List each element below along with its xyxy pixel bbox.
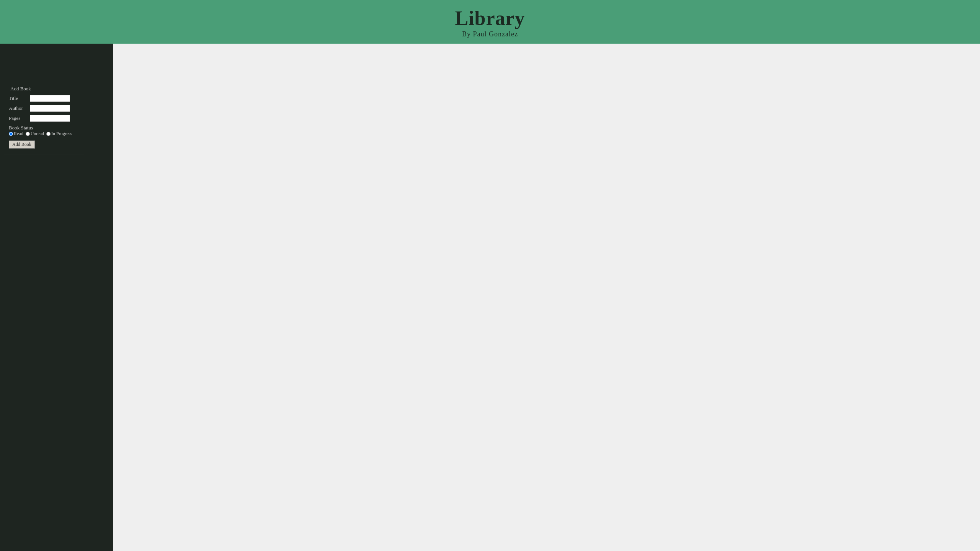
book-status-row: Book Status Read Unread In Progress: [9, 125, 79, 137]
sidebar: Add Book Title Author Pages Book Status: [0, 44, 113, 551]
status-unread-item: Unread: [26, 131, 44, 137]
author-label: Author: [9, 105, 30, 111]
pages-input[interactable]: [30, 115, 70, 122]
status-in-progress-radio[interactable]: [46, 132, 51, 136]
status-read-item: Read: [9, 131, 23, 137]
pages-row: Pages: [9, 115, 79, 122]
page-subtitle: By Paul Gonzalez: [462, 30, 518, 38]
pages-label: Pages: [9, 115, 30, 121]
title-row: Title: [9, 95, 79, 102]
page-title: Library: [455, 7, 525, 29]
add-book-legend: Add Book: [9, 86, 33, 92]
book-status-label: Book Status: [9, 125, 33, 131]
title-input[interactable]: [30, 95, 70, 102]
add-book-form: Add Book Title Author Pages Book Status: [4, 86, 84, 154]
author-input[interactable]: [30, 105, 70, 112]
status-unread-label[interactable]: Unread: [31, 131, 44, 137]
status-read-label[interactable]: Read: [14, 131, 23, 137]
status-in-progress-label[interactable]: In Progress: [51, 131, 72, 137]
status-read-radio[interactable]: [9, 132, 13, 136]
author-row: Author: [9, 105, 79, 112]
add-book-button[interactable]: Add Book: [9, 141, 35, 149]
status-unread-radio[interactable]: [26, 132, 30, 136]
title-label: Title: [9, 95, 30, 101]
page-header: Library By Paul Gonzalez: [0, 0, 980, 44]
status-radio-group: Read Unread In Progress: [9, 131, 72, 137]
main-content: [113, 44, 980, 551]
status-in-progress-item: In Progress: [46, 131, 72, 137]
main-layout: Add Book Title Author Pages Book Status: [0, 44, 980, 551]
